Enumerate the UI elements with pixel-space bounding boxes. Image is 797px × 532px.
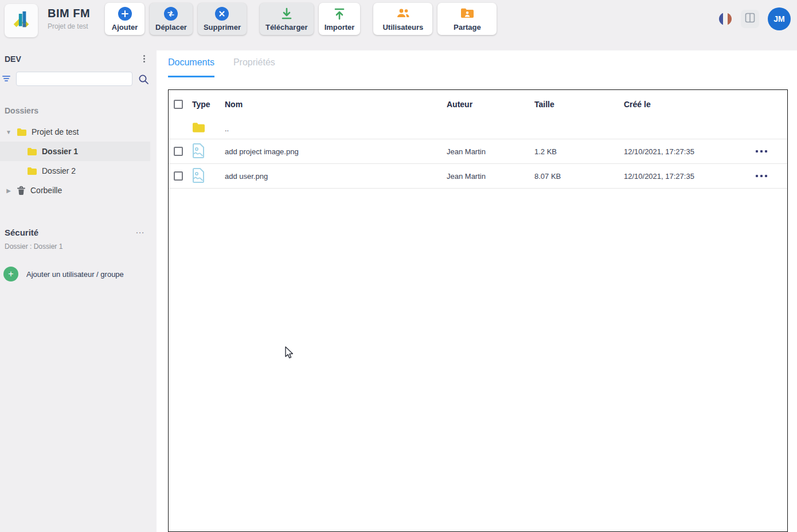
security-menu-button[interactable]: … xyxy=(135,225,145,236)
user-bar: JM xyxy=(719,0,791,38)
move-arrows-icon xyxy=(164,7,178,21)
top-bar: BIM FM Projet de test Ajouter Déplacer S… xyxy=(0,0,797,50)
app-title: BIM FM xyxy=(48,7,90,20)
sidebar: DEV Dossiers ▼ Projet de test xyxy=(0,50,157,532)
tree-item-dossier-1[interactable]: Dossier 1 xyxy=(0,142,150,161)
app-logo[interactable] xyxy=(5,4,38,37)
filter-icon[interactable] xyxy=(2,75,11,85)
tree-item-dossier-2[interactable]: Dossier 2 xyxy=(0,161,157,181)
row-author: Jean Martin xyxy=(447,172,534,181)
workspace-row: DEV xyxy=(0,50,157,64)
row-actions-button[interactable] xyxy=(753,171,769,181)
search-icon[interactable] xyxy=(138,74,149,87)
search-row xyxy=(0,72,157,87)
chevron-down-icon[interactable]: ▼ xyxy=(5,129,13,135)
download-icon xyxy=(280,7,293,22)
tab-proprietes[interactable]: Propriétés xyxy=(233,57,275,77)
image-file-icon xyxy=(192,167,225,185)
row-name: add project image.png xyxy=(225,147,447,156)
user-avatar[interactable]: JM xyxy=(768,7,791,30)
import-button-label: Importer xyxy=(325,23,355,32)
shared-folder-icon xyxy=(460,7,475,21)
share-button[interactable]: Partage xyxy=(437,3,497,35)
folder-icon xyxy=(27,147,37,156)
image-file-icon xyxy=(192,143,225,161)
table-row-parent-folder[interactable]: .. xyxy=(169,118,787,139)
table-row-add-user[interactable]: add user.png Jean Martin 8.07 KB 12/10/2… xyxy=(169,164,787,189)
row-author: Jean Martin xyxy=(447,147,534,156)
upload-icon xyxy=(333,7,346,22)
tree-item-label: Dossier 1 xyxy=(42,147,78,156)
tab-documents[interactable]: Documents xyxy=(168,57,214,77)
users-button-label: Utilisateurs xyxy=(382,23,423,32)
column-header-cree-le[interactable]: Créé le xyxy=(624,100,746,109)
select-all-checkbox[interactable] xyxy=(174,100,183,109)
table-header-row: Type Nom Auteur Taille Créé le xyxy=(169,90,787,118)
tree-item-label: Projet de test xyxy=(32,127,79,136)
workspace-menu-button[interactable] xyxy=(141,53,147,65)
move-button-label: Déplacer xyxy=(155,23,187,32)
folder-icon xyxy=(27,167,37,175)
security-context: Dossier : Dossier 1 xyxy=(5,242,157,251)
column-header-auteur[interactable]: Auteur xyxy=(447,100,534,109)
add-button[interactable]: Ajouter xyxy=(105,3,144,35)
trash-icon xyxy=(17,186,26,195)
row-actions-button[interactable] xyxy=(753,147,769,156)
security-panel: Sécurité … Dossier : Dossier 1 + Ajouter… xyxy=(0,228,157,281)
share-button-label: Partage xyxy=(454,23,481,32)
tree-item-label: Corbeille xyxy=(30,186,62,195)
add-user-group-label: Ajouter un utilisateur / groupe xyxy=(26,270,124,279)
folder-icon xyxy=(17,128,27,136)
folder-tree: ▼ Projet de test Dossier 1 Dossier 2 ▶ xyxy=(0,122,157,200)
delete-button[interactable]: Supprimer xyxy=(198,3,247,35)
project-name: Projet de test xyxy=(48,22,90,30)
security-heading: Sécurité xyxy=(5,228,157,237)
delete-circle-icon xyxy=(215,7,229,21)
brand-block: BIM FM Projet de test xyxy=(48,7,90,30)
tree-item-label: Dossier 2 xyxy=(42,166,76,175)
delete-button-label: Supprimer xyxy=(204,23,241,32)
users-button[interactable]: Utilisateurs xyxy=(373,3,432,35)
split-pane-icon xyxy=(745,13,755,25)
row-checkbox[interactable] xyxy=(174,147,183,156)
row-checkbox[interactable] xyxy=(174,171,183,181)
bim-fm-logo-icon xyxy=(10,8,33,33)
row-size: 8.07 KB xyxy=(534,172,624,181)
download-button-label: Télécharger xyxy=(265,23,308,32)
add-user-group-button[interactable]: + Ajouter un utilisateur / groupe xyxy=(3,267,124,281)
french-flag-icon[interactable] xyxy=(719,13,732,25)
workspace-label: DEV xyxy=(5,54,21,64)
row-created: 12/10/2021, 17:27:35 xyxy=(624,147,746,156)
document-toolbar: Ajouter Déplacer Supprimer xyxy=(105,3,502,35)
users-icon xyxy=(396,7,411,21)
row-size: 1.2 KB xyxy=(534,147,624,156)
add-button-label: Ajouter xyxy=(112,23,138,32)
search-input[interactable] xyxy=(16,72,132,86)
plus-circle-icon: + xyxy=(3,267,18,281)
row-name: .. xyxy=(225,124,447,133)
documents-table: Type Nom Auteur Taille Créé le .. xyxy=(168,89,788,532)
folder-icon xyxy=(192,122,225,135)
import-button[interactable]: Importer xyxy=(319,3,361,35)
table-row-add-project-image[interactable]: add project image.png Jean Martin 1.2 KB… xyxy=(169,139,787,164)
split-view-button[interactable] xyxy=(741,10,759,28)
column-header-taille[interactable]: Taille xyxy=(534,100,624,109)
tree-item-corbeille[interactable]: ▶ Corbeille xyxy=(0,181,157,200)
add-circle-icon xyxy=(118,7,132,21)
download-button[interactable]: Télécharger xyxy=(260,3,314,35)
row-name: add user.png xyxy=(225,172,447,181)
chevron-right-icon[interactable]: ▶ xyxy=(5,187,13,194)
column-header-nom[interactable]: Nom xyxy=(225,100,447,109)
column-header-type[interactable]: Type xyxy=(192,100,225,109)
folders-heading: Dossiers xyxy=(5,106,157,115)
tree-item-projet-de-test[interactable]: ▼ Projet de test xyxy=(0,122,157,142)
main-content: Documents Propriétés Type Nom Auteur Tai… xyxy=(157,50,797,532)
content-tabs: Documents Propriétés xyxy=(168,57,275,77)
row-created: 12/10/2021, 17:27:35 xyxy=(624,172,746,181)
move-button[interactable]: Déplacer xyxy=(150,3,193,35)
